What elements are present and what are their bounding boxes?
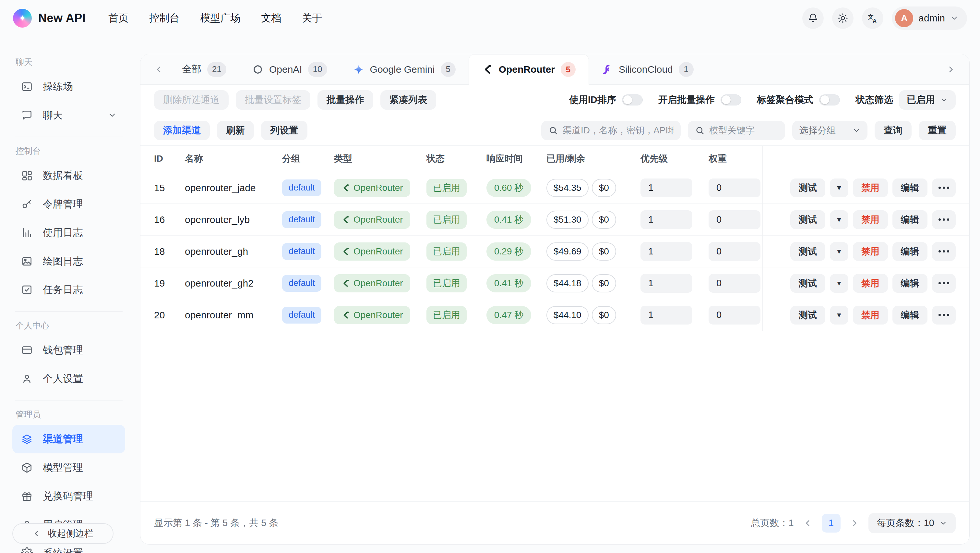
per-page-select[interactable]: 每页条数：10 — [869, 513, 956, 533]
tab-google-gemini[interactable]: Google Gemini 5 — [340, 54, 469, 84]
status-badge[interactable]: 已启用 — [426, 306, 467, 324]
nav-docs[interactable]: 文档 — [261, 11, 281, 25]
status-badge[interactable]: 已启用 — [426, 210, 467, 229]
more-actions-button[interactable] — [932, 210, 956, 229]
nav-model-square[interactable]: 模型广场 — [200, 11, 240, 25]
response-time-badge[interactable]: 0.41 秒 — [487, 210, 531, 229]
remaining-quota-pill[interactable]: $0 — [592, 210, 616, 229]
refresh-button[interactable]: 刷新 — [217, 121, 254, 140]
id-sort-toggle[interactable] — [622, 94, 643, 105]
test-dropdown-button[interactable]: ▼ — [830, 178, 848, 197]
used-quota-pill[interactable]: $44.10 — [546, 306, 589, 324]
sidebar-item-task-logs[interactable]: 任务日志 — [12, 276, 125, 304]
group-badge[interactable]: default — [282, 180, 321, 196]
test-button[interactable]: 测试 — [790, 274, 825, 293]
page-prev-button[interactable] — [803, 518, 813, 528]
used-quota-pill[interactable]: $49.69 — [546, 242, 589, 261]
test-dropdown-button[interactable]: ▼ — [830, 242, 848, 261]
type-badge[interactable]: OpenRouter — [334, 242, 410, 261]
page-1-button[interactable]: 1 — [822, 514, 840, 532]
model-keyword-input[interactable] — [709, 125, 778, 135]
more-actions-button[interactable] — [932, 274, 956, 293]
user-menu[interactable]: A admin — [892, 6, 967, 30]
tabs-scroll-right-button[interactable] — [941, 65, 961, 74]
test-dropdown-button[interactable]: ▼ — [830, 274, 848, 293]
test-button[interactable]: 测试 — [790, 178, 825, 197]
sidebar-item-channels[interactable]: 渠道管理 — [12, 425, 125, 453]
status-badge[interactable]: 已启用 — [426, 242, 467, 261]
response-time-badge[interactable]: 0.60 秒 — [487, 179, 531, 197]
reset-button[interactable]: 重置 — [919, 121, 956, 140]
weight-input[interactable]: 0 — [709, 210, 760, 229]
query-button[interactable]: 查询 — [875, 121, 912, 140]
sidebar-item-drawing-logs[interactable]: 绘图日志 — [12, 247, 125, 276]
type-badge[interactable]: OpenRouter — [334, 179, 410, 197]
sidebar-item-wallet[interactable]: 钱包管理 — [12, 336, 125, 365]
type-badge[interactable]: OpenRouter — [334, 306, 410, 324]
priority-input[interactable]: 1 — [641, 242, 692, 261]
priority-input[interactable]: 1 — [641, 178, 692, 197]
sidebar-item-redemption[interactable]: 兑换码管理 — [12, 482, 125, 510]
group-badge[interactable]: default — [282, 307, 321, 324]
tab-openrouter[interactable]: OpenRouter 5 — [469, 54, 589, 85]
group-badge[interactable]: default — [282, 243, 321, 260]
sidebar-item-models[interactable]: 模型管理 — [12, 453, 125, 482]
nav-console[interactable]: 控制台 — [149, 11, 179, 25]
notifications-button[interactable] — [802, 8, 824, 29]
edit-button[interactable]: 编辑 — [892, 274, 928, 293]
tab-all[interactable]: 全部 21 — [169, 54, 239, 84]
sidebar-item-usage-logs[interactable]: 使用日志 — [12, 218, 125, 247]
remaining-quota-pill[interactable]: $0 — [592, 306, 616, 324]
status-badge[interactable]: 已启用 — [426, 179, 467, 197]
disable-button[interactable]: 禁用 — [853, 242, 888, 261]
nav-about[interactable]: 关于 — [302, 11, 322, 25]
column-settings-button[interactable]: 列设置 — [261, 121, 307, 140]
theme-toggle-button[interactable] — [832, 8, 854, 29]
disable-button[interactable]: 禁用 — [853, 306, 888, 325]
tag-mode-toggle[interactable] — [819, 94, 840, 105]
nav-home[interactable]: 首页 — [108, 11, 129, 25]
tab-siliconcloud[interactable]: SiliconCloud 1 — [589, 54, 706, 84]
type-badge[interactable]: OpenRouter — [334, 210, 410, 229]
sidebar-item-tokens[interactable]: 令牌管理 — [12, 190, 125, 218]
remaining-quota-pill[interactable]: $0 — [592, 179, 616, 197]
edit-button[interactable]: 编辑 — [892, 210, 928, 229]
used-quota-pill[interactable]: $54.35 — [546, 179, 589, 197]
remaining-quota-pill[interactable]: $0 — [592, 274, 616, 292]
status-filter-select[interactable]: 已启用 — [899, 90, 956, 110]
add-channel-button[interactable]: 添加渠道 — [154, 121, 210, 140]
priority-input[interactable]: 1 — [641, 274, 692, 293]
used-quota-pill[interactable]: $44.18 — [546, 274, 589, 292]
used-quota-pill[interactable]: $51.30 — [546, 210, 589, 229]
test-dropdown-button[interactable]: ▼ — [830, 210, 848, 229]
disable-button[interactable]: 禁用 — [853, 178, 888, 197]
edit-button[interactable]: 编辑 — [892, 242, 928, 261]
response-time-badge[interactable]: 0.29 秒 — [487, 242, 531, 261]
edit-button[interactable]: 编辑 — [892, 306, 928, 325]
response-time-badge[interactable]: 0.41 秒 — [487, 274, 531, 292]
disable-button[interactable]: 禁用 — [853, 274, 888, 293]
test-dropdown-button[interactable]: ▼ — [830, 306, 848, 325]
group-badge[interactable]: default — [282, 211, 321, 228]
response-time-badge[interactable]: 0.47 秒 — [487, 306, 531, 324]
group-select[interactable]: 选择分组 — [792, 121, 867, 140]
brand[interactable]: New API — [13, 9, 86, 27]
test-button[interactable]: 测试 — [790, 210, 825, 229]
sidebar-item-dashboard[interactable]: 数据看板 — [12, 161, 125, 190]
test-button[interactable]: 测试 — [790, 242, 825, 261]
language-button[interactable]: 文 A — [862, 8, 883, 29]
more-actions-button[interactable] — [932, 242, 956, 261]
delete-selected-button[interactable]: 删除所选通道 — [154, 90, 229, 110]
group-badge[interactable]: default — [282, 275, 321, 292]
tab-openai[interactable]: OpenAI 10 — [239, 54, 340, 84]
channel-search-input[interactable] — [563, 125, 673, 135]
weight-input[interactable]: 0 — [709, 274, 760, 293]
priority-input[interactable]: 1 — [641, 210, 692, 229]
more-actions-button[interactable] — [932, 306, 956, 325]
enable-batch-toggle[interactable] — [721, 94, 741, 105]
weight-input[interactable]: 0 — [709, 178, 760, 197]
test-button[interactable]: 测试 — [790, 306, 825, 325]
batch-tag-button[interactable]: 批量设置标签 — [236, 90, 310, 110]
page-next-button[interactable] — [850, 518, 859, 528]
disable-button[interactable]: 禁用 — [853, 210, 888, 229]
